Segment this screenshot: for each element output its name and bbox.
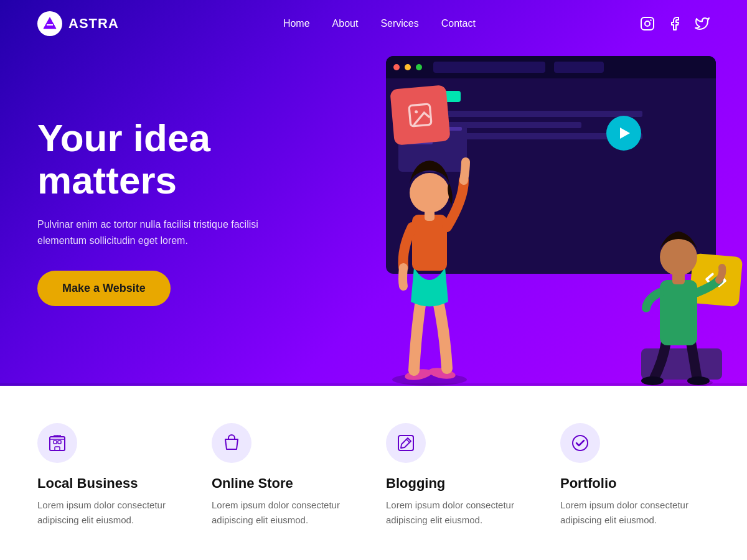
svg-point-29 bbox=[573, 436, 588, 450]
service-title-online-store: Online Store bbox=[212, 475, 361, 492]
nav-home[interactable]: Home bbox=[283, 18, 310, 29]
browser-dot-green bbox=[416, 64, 422, 70]
social-links bbox=[640, 16, 710, 31]
service-card-local-business: Local Business Lorem ipsum dolor consect… bbox=[37, 423, 187, 528]
browser-dot-yellow bbox=[405, 64, 411, 70]
svg-point-6 bbox=[415, 110, 418, 113]
instagram-icon[interactable] bbox=[640, 16, 655, 31]
woman-character bbox=[374, 124, 486, 386]
online-store-icon-wrap bbox=[212, 423, 251, 463]
facebook-icon[interactable] bbox=[667, 16, 682, 31]
svg-point-12 bbox=[410, 173, 449, 213]
service-desc-online-store: Lorem ipsum dolor consectetur adipiscing… bbox=[212, 498, 361, 528]
svg-rect-10 bbox=[412, 215, 447, 271]
local-business-icon-wrap bbox=[37, 423, 77, 463]
logo-icon bbox=[37, 11, 62, 36]
hero-subtitle: Pulvinar enim ac tortor nulla facilisi t… bbox=[37, 217, 286, 248]
browser-url-bar-2 bbox=[554, 62, 604, 73]
svg-point-15 bbox=[641, 376, 664, 385]
blogging-icon-wrap bbox=[386, 423, 426, 463]
bag-icon bbox=[222, 433, 242, 453]
hero-title: Your idea matters bbox=[37, 117, 336, 202]
service-title-local-business: Local Business bbox=[37, 475, 187, 492]
svg-point-19 bbox=[660, 238, 697, 276]
header: ASTRA Home About Services Contact bbox=[0, 0, 747, 47]
svg-marker-0 bbox=[44, 17, 56, 29]
logo[interactable]: ASTRA bbox=[37, 11, 119, 36]
service-title-portfolio: Portfolio bbox=[560, 475, 710, 492]
svg-point-16 bbox=[687, 376, 710, 385]
browser-url-bar bbox=[433, 62, 545, 73]
play-button bbox=[606, 116, 641, 151]
service-desc-blogging: Lorem ipsum dolor consectetur adipiscing… bbox=[386, 498, 535, 528]
browser-dot-red bbox=[393, 64, 400, 70]
cta-button[interactable]: Make a Website bbox=[37, 271, 171, 306]
hero-section: Your idea matters Pulvinar enim ac torto… bbox=[0, 0, 747, 386]
service-desc-local-business: Lorem ipsum dolor consectetur adipiscing… bbox=[37, 498, 187, 528]
service-title-blogging: Blogging bbox=[386, 475, 535, 492]
svg-point-4 bbox=[650, 19, 651, 21]
svg-rect-17 bbox=[660, 280, 697, 345]
svg-point-3 bbox=[645, 21, 650, 26]
service-card-portfolio: Portfolio Lorem ipsum dolor consectetur … bbox=[560, 423, 710, 528]
nav-contact[interactable]: Contact bbox=[441, 18, 476, 29]
hero-content: Your idea matters Pulvinar enim ac torto… bbox=[37, 80, 336, 307]
edit-icon bbox=[396, 433, 416, 453]
nav-services[interactable]: Services bbox=[380, 18, 418, 29]
svg-rect-22 bbox=[58, 441, 61, 444]
portfolio-icon-wrap bbox=[560, 423, 600, 463]
nav-about[interactable]: About bbox=[332, 18, 359, 29]
main-nav: Home About Services Contact bbox=[283, 18, 476, 29]
twitter-icon[interactable] bbox=[695, 16, 710, 31]
check-circle-icon bbox=[570, 433, 590, 453]
svg-rect-21 bbox=[54, 441, 57, 444]
service-card-online-store: Online Store Lorem ipsum dolor consectet… bbox=[212, 423, 361, 528]
services-section: Local Business Lorem ipsum dolor consect… bbox=[0, 386, 747, 560]
svg-rect-2 bbox=[641, 17, 654, 30]
service-desc-portfolio: Lorem ipsum dolor consectetur adipiscing… bbox=[560, 498, 710, 528]
building-icon bbox=[47, 433, 67, 453]
brand-name: ASTRA bbox=[68, 16, 119, 32]
hero-illustration bbox=[324, 37, 747, 386]
man-character bbox=[629, 199, 728, 386]
browser-bar bbox=[386, 56, 716, 78]
service-card-blogging: Blogging Lorem ipsum dolor consectetur a… bbox=[386, 423, 535, 528]
